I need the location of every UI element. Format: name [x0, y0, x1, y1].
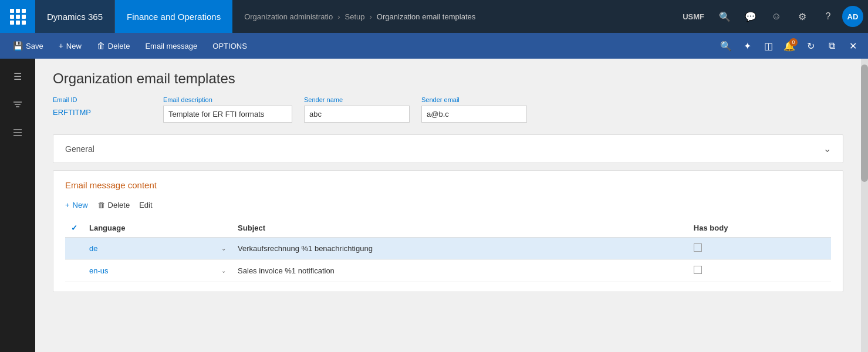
scrollbar-thumb[interactable]	[861, 65, 868, 182]
table-header-check: ✓	[65, 219, 83, 238]
email-content-title: Email message content	[65, 180, 831, 190]
smiley-icon[interactable]: ☺	[765, 5, 788, 28]
content-new-icon: +	[65, 201, 70, 209]
table-row[interactable]: de⌄Verkaufsrechnung %1 benachrichtigung	[65, 238, 831, 260]
sender-name-input[interactable]	[304, 106, 410, 123]
content-delete-button[interactable]: 🗑 Delete	[97, 198, 130, 212]
content-delete-icon: 🗑	[97, 201, 105, 209]
page-title: Organization email templates	[53, 70, 843, 87]
check-mark: ✓	[71, 224, 77, 232]
form-fields-row: Email ID Email description Sender name S…	[53, 96, 843, 123]
table-header-has-body: Has body	[688, 219, 831, 238]
row-has-body-cell[interactable]	[688, 238, 831, 260]
language-value: de	[89, 244, 97, 253]
sender-name-field: Sender name	[304, 96, 410, 123]
sender-email-input[interactable]	[421, 106, 527, 123]
email-content-table: ✓ Language Subject Has body de⌄Verkaufsr…	[65, 219, 831, 282]
content-new-button[interactable]: + New	[65, 198, 88, 212]
email-desc-label: Email description	[163, 96, 292, 103]
has-body-checkbox[interactable]	[694, 243, 702, 252]
left-sidebar: ☰	[0, 59, 35, 352]
row-language-cell[interactable]: de⌄	[83, 238, 232, 260]
delete-icon: 🗑	[97, 41, 105, 50]
company-selector[interactable]: USMF	[674, 12, 713, 21]
toolbar-search-btn[interactable]: 🔍	[717, 36, 735, 55]
table-header-language: Language	[83, 219, 232, 238]
language-chevron-icon: ⌄	[221, 245, 226, 252]
language-chevron-icon: ⌄	[221, 268, 226, 274]
content-edit-button[interactable]: Edit	[139, 198, 152, 212]
open-in-new-icon[interactable]: ◫	[759, 36, 778, 55]
language-value: en-us	[89, 266, 109, 275]
personalize-icon[interactable]: ✦	[738, 36, 756, 55]
general-section-header[interactable]: General ⌄	[53, 135, 843, 163]
sidebar-filter-icon[interactable]	[6, 93, 29, 116]
row-subject-cell: Verkaufsrechnung %1 benachrichtigung	[232, 238, 688, 260]
email-id-label: Email ID	[53, 96, 151, 103]
dynamics-brand[interactable]: Dynamics 365	[35, 0, 115, 33]
row-language-cell[interactable]: en-us⌄	[83, 260, 232, 282]
general-section-title: General	[65, 144, 94, 154]
email-id-input[interactable]	[53, 106, 151, 119]
sidebar-menu-icon[interactable]: ☰	[6, 65, 29, 88]
comment-icon[interactable]: 💬	[739, 5, 762, 28]
main-layout: ☰ Organization email templates Email ID	[0, 59, 868, 352]
email-content-section: Email message content + New 🗑 Delete Edi…	[53, 170, 843, 292]
general-section: General ⌄	[53, 134, 843, 163]
help-icon[interactable]: ?	[816, 5, 840, 28]
options-button[interactable]: OPTIONS	[205, 38, 254, 54]
breadcrumb-sep-1: ›	[337, 12, 340, 21]
sender-email-label: Sender email	[421, 96, 527, 103]
email-desc-field: Email description	[163, 96, 292, 123]
general-chevron-icon: ⌄	[823, 143, 831, 154]
refresh-icon[interactable]: ↻	[801, 36, 820, 55]
has-body-checkbox[interactable]	[694, 266, 702, 274]
sidebar-list-icon[interactable]	[6, 121, 29, 144]
settings-icon[interactable]: ⚙	[791, 5, 814, 28]
action-toolbar: 💾 Save + New 🗑 Delete Email message OPTI…	[0, 33, 868, 59]
breadcrumb-setup[interactable]: Setup	[345, 12, 365, 21]
breadcrumb: Organization administratio › Setup › Org…	[232, 12, 674, 21]
user-avatar[interactable]: AD	[842, 6, 863, 27]
open-window-icon[interactable]: ⧉	[822, 36, 841, 55]
new-button[interactable]: + New	[52, 38, 89, 54]
content-toolbar: + New 🗑 Delete Edit	[65, 198, 831, 212]
search-nav-icon[interactable]: 🔍	[713, 5, 737, 28]
save-icon: 💾	[13, 41, 23, 50]
email-desc-input[interactable]	[163, 106, 292, 123]
toolbar-right-group: 🔍 ✦ ◫ 🔔0 ↻ ⧉ ✕	[717, 36, 862, 55]
row-check-cell[interactable]	[65, 238, 83, 260]
row-subject-cell: Sales invoice %1 notification	[232, 260, 688, 282]
app-name[interactable]: Finance and Operations	[115, 0, 232, 33]
breadcrumb-org-admin[interactable]: Organization administratio	[244, 12, 333, 21]
sender-email-field: Sender email	[421, 96, 527, 123]
close-icon[interactable]: ✕	[843, 36, 862, 55]
email-id-field: Email ID	[53, 96, 151, 119]
top-navigation: Dynamics 365 Finance and Operations Orga…	[0, 0, 868, 33]
waffle-button[interactable]	[0, 0, 35, 33]
new-icon: +	[59, 41, 63, 50]
breadcrumb-templates[interactable]: Organization email templates	[377, 12, 475, 21]
row-check-cell[interactable]	[65, 260, 83, 282]
row-has-body-cell[interactable]	[688, 260, 831, 282]
email-message-button[interactable]: Email message	[138, 38, 204, 54]
breadcrumb-sep-2: ›	[370, 12, 372, 21]
save-button[interactable]: 💾 Save	[6, 38, 50, 54]
delete-button[interactable]: 🗑 Delete	[90, 38, 137, 54]
waffle-icon	[10, 9, 26, 25]
scrollbar-track[interactable]	[861, 59, 868, 352]
sender-name-label: Sender name	[304, 96, 410, 103]
notification-icon[interactable]: 🔔0	[780, 36, 799, 55]
table-row[interactable]: en-us⌄Sales invoice %1 notification	[65, 260, 831, 282]
content-area: Organization email templates Email ID Em…	[35, 59, 861, 352]
nav-icons-group: 🔍 💬 ☺ ⚙ ? AD	[713, 5, 868, 28]
table-header-subject: Subject	[232, 219, 688, 238]
table-header-row: ✓ Language Subject Has body	[65, 219, 831, 238]
